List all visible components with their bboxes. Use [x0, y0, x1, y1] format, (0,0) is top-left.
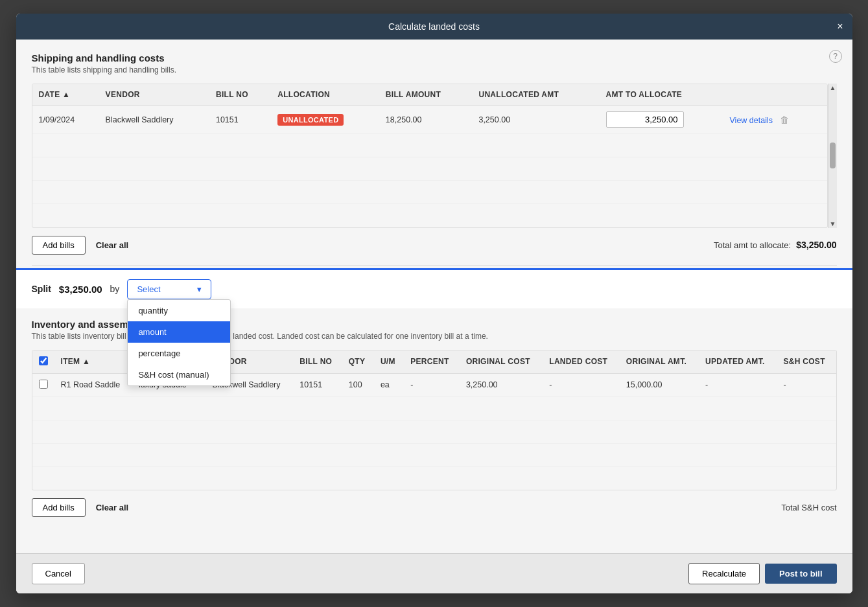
- col-unallocated-amt: UNALLOCATED AMT: [472, 84, 599, 106]
- shipping-actions-left: Add bills Clear all: [32, 236, 129, 255]
- dropdown-item-sh-cost-manual[interactable]: S&H cost (manual): [128, 364, 230, 385]
- total-row: Total amt to allocate: $3,250.00: [714, 240, 837, 250]
- shipping-table: DATE ▲ VENDOR BILL NO ALLOCATION BILL AM…: [32, 84, 827, 227]
- split-by-dropdown[interactable]: Select ▾ quantity amount percentage S&H …: [127, 279, 211, 299]
- scroll-down-arrow[interactable]: ▼: [830, 220, 836, 227]
- empty-row: [32, 420, 836, 443]
- cell-check: [32, 373, 54, 396]
- add-bills-button[interactable]: Add bills: [32, 236, 86, 255]
- col-item: ITEM ▲: [54, 350, 133, 374]
- dropdown-item-quantity[interactable]: quantity: [128, 300, 230, 321]
- scroll-thumb: [830, 143, 836, 168]
- cell-amt-to-allocate[interactable]: [600, 106, 723, 134]
- modal-footer: Cancel Recalculate Post to bill: [16, 553, 852, 593]
- empty-row: [32, 396, 836, 420]
- cell-percent: -: [404, 373, 460, 396]
- empty-row: [32, 181, 827, 204]
- cell-um: ea: [374, 373, 404, 396]
- shipping-table-wrapper: DATE ▲ VENDOR BILL NO ALLOCATION BILL AM…: [32, 84, 837, 228]
- split-bar: Split $3,250.00 by Select ▾ quantity amo…: [16, 268, 852, 308]
- dropdown-item-amount[interactable]: amount: [128, 321, 230, 343]
- empty-row: [32, 443, 836, 466]
- recalculate-button[interactable]: Recalculate: [688, 563, 760, 584]
- col-original-cost: ORIGINAL COST: [460, 350, 543, 374]
- split-amount: $3,250.00: [59, 284, 102, 295]
- col-bill-amount: BILL AMOUNT: [379, 84, 473, 106]
- divider: [32, 265, 837, 266]
- cell-inv-bill-no: 10151: [293, 373, 342, 396]
- close-button[interactable]: ×: [837, 21, 843, 32]
- modal-title: Calculate landed costs: [388, 21, 480, 32]
- row-checkbox[interactable]: [39, 380, 48, 389]
- modal-header: Calculate landed costs ×: [16, 14, 852, 40]
- cell-original-cost: 3,250.00: [460, 373, 543, 396]
- post-to-bill-button[interactable]: Post to bill: [765, 564, 836, 584]
- cell-item: R1 Road Saddle: [54, 373, 133, 396]
- col-allocation: ALLOCATION: [271, 84, 379, 106]
- cell-updated-amt: -: [699, 373, 777, 396]
- empty-row: [32, 204, 827, 227]
- delete-row-icon[interactable]: 🗑: [780, 115, 789, 125]
- col-um: U/M: [374, 350, 404, 374]
- view-details-link[interactable]: View details: [730, 116, 773, 125]
- cell-bill-amount: 18,250.00: [379, 106, 473, 134]
- shipping-row-1: 1/09/2024 Blackwell Saddlery 10151 UNALL…: [32, 106, 827, 134]
- total-label: Total amt to allocate:: [714, 240, 791, 250]
- shipping-section-subtitle: This table lists shipping and handling b…: [32, 65, 837, 74]
- col-original-amt: ORIGINAL AMT.: [620, 350, 699, 374]
- help-icon[interactable]: ?: [829, 50, 842, 63]
- col-date: DATE ▲: [32, 84, 99, 106]
- cell-row-actions: View details 🗑: [723, 106, 827, 134]
- modal-overlay: Calculate landed costs × ? Shipping and …: [0, 0, 868, 607]
- scroll-up-arrow[interactable]: ▲: [830, 84, 836, 91]
- split-label: Split: [32, 284, 51, 294]
- col-bill-no: BILL NO: [209, 84, 271, 106]
- select-dropdown-button[interactable]: Select ▾: [127, 279, 211, 299]
- cell-original-amt: 15,000.00: [620, 373, 699, 396]
- col-amt-to-allocate: AMT TO ALLOCATE: [600, 84, 723, 106]
- cell-date: 1/09/2024: [32, 106, 99, 134]
- chevron-down-icon: ▾: [197, 284, 202, 294]
- cell-sh-cost: -: [777, 373, 836, 396]
- inv-total-row: Total S&H cost: [781, 503, 836, 512]
- col-updated-amt: UPDATED AMT.: [699, 350, 777, 374]
- col-check-all: [32, 350, 54, 374]
- inv-add-bills-button[interactable]: Add bills: [32, 498, 86, 517]
- check-all-checkbox[interactable]: [39, 356, 48, 365]
- shipping-actions-row: Add bills Clear all Total amt to allocat…: [32, 228, 837, 262]
- col-qty: QTY: [342, 350, 374, 374]
- empty-row: [32, 466, 836, 490]
- shipping-section-title: Shipping and handling costs: [32, 52, 837, 63]
- dropdown-item-percentage[interactable]: percentage: [128, 343, 230, 364]
- empty-row: [32, 134, 827, 157]
- col-vendor: VENDOR: [99, 84, 209, 106]
- split-by-label: by: [110, 284, 120, 294]
- col-sh-cost: S&H COST: [777, 350, 836, 374]
- cell-unallocated-amt: 3,250.00: [472, 106, 599, 134]
- col-actions: [723, 84, 827, 106]
- modal: Calculate landed costs × ? Shipping and …: [16, 14, 852, 593]
- allocation-badge: UNALLOCATED: [277, 114, 344, 126]
- inventory-actions-left: Add bills Clear all: [32, 498, 129, 517]
- inventory-actions-row: Add bills Clear all Total S&H cost: [32, 490, 837, 525]
- cell-landed-cost: -: [543, 373, 620, 396]
- clear-all-button[interactable]: Clear all: [96, 240, 129, 250]
- total-sh-cost-label: Total S&H cost: [781, 503, 836, 512]
- amt-to-allocate-input[interactable]: [606, 111, 684, 128]
- dropdown-menu: quantity amount percentage S&H cost (man…: [127, 299, 231, 386]
- cell-qty: 100: [342, 373, 374, 396]
- cell-vendor: Blackwell Saddlery: [99, 106, 209, 134]
- cell-bill-no: 10151: [209, 106, 271, 134]
- col-inv-bill-no: BILL NO: [293, 350, 342, 374]
- inv-clear-all-button[interactable]: Clear all: [96, 503, 129, 512]
- modal-body: ? Shipping and handling costs This table…: [16, 40, 852, 553]
- cancel-button[interactable]: Cancel: [32, 563, 85, 584]
- select-dropdown-label: Select: [137, 284, 160, 294]
- total-amount: $3,250.00: [796, 240, 836, 250]
- empty-row: [32, 157, 827, 181]
- col-percent: PERCENT: [404, 350, 460, 374]
- scrollbar[interactable]: ▲ ▼: [828, 84, 837, 228]
- cell-allocation: UNALLOCATED: [271, 106, 379, 134]
- footer-right-buttons: Recalculate Post to bill: [688, 563, 836, 584]
- col-landed-cost: LANDED COST: [543, 350, 620, 374]
